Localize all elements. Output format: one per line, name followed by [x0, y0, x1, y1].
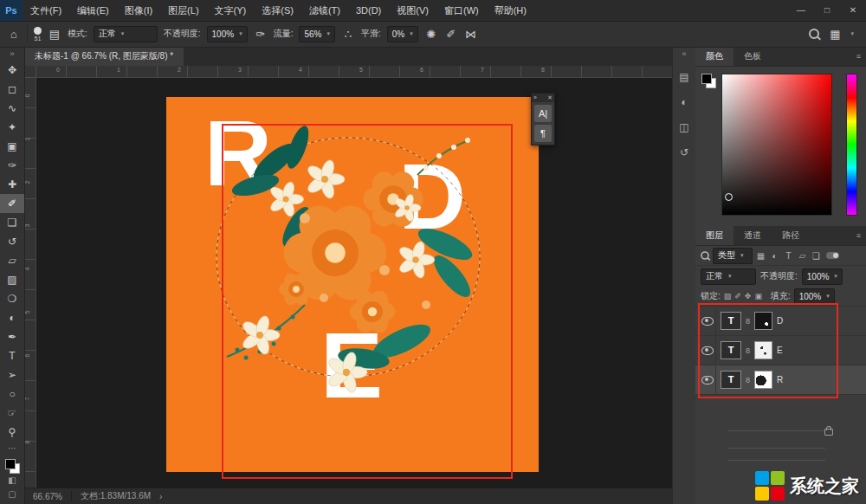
foreground-background-swatches[interactable] [5, 459, 20, 474]
layer-filter-dropdown[interactable]: 类型 [713, 248, 753, 264]
adjustments-panel-icon[interactable]: ◐ [681, 96, 687, 108]
eye-icon[interactable] [701, 346, 714, 355]
character-panel-button[interactable]: A| [534, 105, 552, 122]
lock-position-icon[interactable]: ✥ [745, 292, 752, 300]
layer-thumbnail[interactable]: T [721, 341, 741, 359]
pressure-size-icon[interactable]: ✐ [444, 28, 458, 41]
status-chevron-icon[interactable]: › [159, 492, 162, 501]
workspace-switcher-icon[interactable]: ▦ [828, 28, 842, 41]
pressure-opacity-icon[interactable]: ✑ [254, 28, 268, 41]
menu-select[interactable]: 选择(S) [254, 0, 301, 21]
toolbar-collapse-icon[interactable]: » [0, 47, 24, 61]
layer-thumbnail[interactable]: T [721, 312, 741, 330]
layer-mask-thumbnail[interactable] [754, 341, 772, 359]
artboard[interactable]: R D E [166, 97, 539, 472]
layer-row-e[interactable]: T 8 E [695, 336, 866, 365]
panel-menu-icon[interactable]: ≡ [856, 47, 866, 66]
smoothing-dropdown[interactable]: 0% [387, 26, 418, 42]
workspace-chevron-icon[interactable]: ▾ [850, 30, 854, 37]
layer-name[interactable]: D [777, 316, 783, 326]
filter-smart-objects-icon[interactable]: ❑ [811, 251, 822, 261]
menu-filter[interactable]: 滤镜(T) [301, 0, 348, 21]
color-picker-cursor[interactable] [725, 193, 733, 201]
marquee-tool[interactable]: ◻ [0, 80, 24, 99]
move-tool[interactable]: ✥ [0, 61, 24, 80]
menu-window[interactable]: 窗口(W) [436, 0, 487, 21]
paint-symmetry-icon[interactable]: ⋈ [464, 28, 478, 41]
minimize-button[interactable]: — [788, 0, 814, 21]
lock-pixels-icon[interactable]: ✐ [734, 292, 741, 300]
eraser-tool[interactable]: ▱ [0, 251, 24, 270]
canvas-workspace[interactable]: 0 1 2 3 4 5 6 7 8 0 1 2 3 4 5 6 7 8 R D … [24, 66, 673, 488]
history-panel-icon[interactable]: ↺ [680, 146, 688, 158]
home-icon[interactable]: ⌂ [7, 28, 21, 41]
paragraph-panel-button[interactable]: ¶ [534, 125, 552, 142]
filter-toggle-switch[interactable] [826, 252, 839, 259]
menu-edit[interactable]: 编辑(E) [69, 0, 117, 21]
lock-artboard-icon[interactable]: ▣ [754, 292, 762, 300]
expand-panels-icon[interactable]: « [682, 49, 686, 58]
maximize-button[interactable]: □ [814, 0, 840, 21]
panel-close-icon[interactable]: ✕ [547, 94, 553, 102]
filter-pixel-layers-icon[interactable]: ▦ [755, 251, 766, 261]
panel-collapse-icon[interactable]: » [533, 94, 537, 102]
close-button[interactable]: ✕ [840, 0, 866, 21]
panel-menu-icon[interactable]: ≡ [856, 226, 866, 245]
tab-paths[interactable]: 路径 [772, 226, 810, 245]
mask-link-icon[interactable]: 8 [746, 317, 750, 326]
blend-mode-dropdown[interactable]: 正常 [94, 26, 158, 42]
layer-mask-thumbnail[interactable] [754, 371, 772, 389]
libraries-panel-icon[interactable]: ◫ [679, 121, 688, 133]
history-brush-tool[interactable]: ↺ [0, 232, 24, 251]
type-tool[interactable]: T [0, 346, 24, 365]
smoothing-gear-icon[interactable]: ✺ [424, 28, 438, 41]
layer-name[interactable]: E [777, 346, 783, 355]
layer-thumbnail[interactable]: T [721, 371, 741, 389]
mask-link-icon[interactable]: 8 [746, 346, 750, 355]
color-fg-bg-swatches[interactable] [701, 74, 716, 88]
screen-mode-icon[interactable]: ▢ [0, 488, 24, 501]
zoom-tool[interactable]: ⚲ [0, 423, 24, 442]
menu-3d[interactable]: 3D(D) [348, 0, 389, 21]
flow-dropdown[interactable]: 56% [299, 26, 335, 42]
tab-swatches[interactable]: 色板 [734, 47, 772, 66]
opacity-dropdown[interactable]: 100% [207, 26, 248, 42]
menu-view[interactable]: 视图(V) [389, 0, 436, 21]
lasso-tool[interactable]: ∿ [0, 99, 24, 118]
zoom-level-field[interactable]: 66.67% [33, 492, 62, 501]
path-selection-tool[interactable]: ➢ [0, 365, 24, 384]
saturation-brightness-picker[interactable] [721, 74, 832, 216]
dodge-tool[interactable]: ◐ [0, 308, 24, 327]
eye-icon[interactable] [701, 376, 714, 384]
eye-icon[interactable] [701, 317, 714, 326]
quick-mask-icon[interactable]: ◧ [0, 474, 24, 488]
mask-link-icon[interactable]: 8 [746, 376, 750, 384]
visibility-cell[interactable] [700, 307, 716, 335]
hand-tool[interactable]: ☞ [0, 404, 24, 423]
search-icon[interactable] [809, 29, 819, 39]
quick-selection-tool[interactable]: ✦ [0, 118, 24, 137]
filter-shape-layers-icon[interactable]: ▱ [797, 251, 808, 261]
menu-type[interactable]: 文字(Y) [207, 0, 255, 21]
tab-layers[interactable]: 图层 [695, 226, 734, 245]
layer-mask-thumbnail[interactable] [754, 312, 772, 330]
menu-layer[interactable]: 图层(L) [160, 0, 206, 21]
shape-tool[interactable]: ○ [0, 384, 24, 404]
layer-opacity-dropdown[interactable]: 100% [802, 268, 843, 285]
pen-tool[interactable]: ✒ [0, 327, 24, 346]
menu-file[interactable]: 文件(F) [23, 0, 69, 21]
layer-row-r[interactable]: T 8 R [695, 365, 866, 395]
crop-tool[interactable]: ▣ [0, 137, 24, 156]
healing-brush-tool[interactable]: ✚ [0, 175, 24, 194]
tab-color[interactable]: 颜色 [695, 47, 734, 66]
blur-tool[interactable]: ❍ [0, 289, 24, 308]
menu-help[interactable]: 帮助(H) [487, 0, 534, 21]
layer-name[interactable]: R [777, 375, 783, 384]
visibility-cell[interactable] [700, 336, 716, 365]
visibility-cell[interactable] [700, 365, 716, 394]
layer-blend-mode-dropdown[interactable]: 正常 [701, 268, 756, 285]
tab-channels[interactable]: 通道 [734, 226, 772, 245]
edit-toolbar-icon[interactable]: ⋯ [0, 442, 24, 456]
filter-adjustment-layers-icon[interactable]: ◐ [769, 251, 780, 261]
filter-type-layers-icon[interactable]: T [783, 251, 794, 261]
